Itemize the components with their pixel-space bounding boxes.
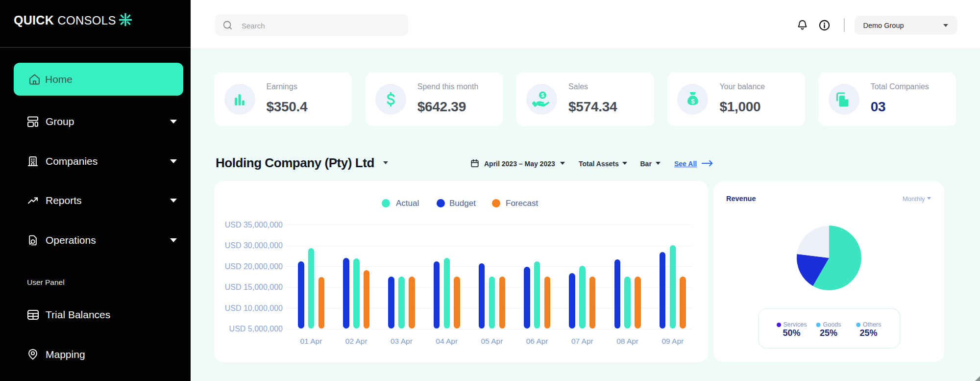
svg-text:$: $	[541, 92, 544, 98]
svg-text:$: $	[691, 97, 695, 104]
